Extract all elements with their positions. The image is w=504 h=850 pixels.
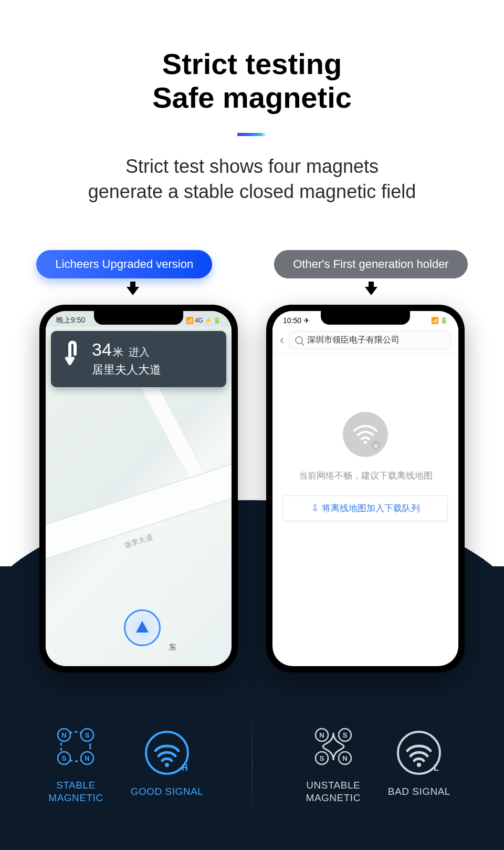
nav-enter: 进入 bbox=[129, 346, 150, 358]
svg-text:N: N bbox=[342, 754, 347, 762]
pill-upgraded: Licheers Upgraded version bbox=[36, 250, 212, 278]
badges-left: NS SN STABLE MAGNETIC H GOOD SIGNAL bbox=[0, 677, 252, 850]
badge-good-signal: H GOOD SIGNAL bbox=[131, 729, 204, 798]
svg-text:N: N bbox=[319, 731, 324, 739]
svg-text:S: S bbox=[319, 754, 324, 762]
status-time: 10:50 ✈ bbox=[283, 316, 310, 325]
product-infographic: Strict testing Safe magnetic Strict test… bbox=[0, 0, 504, 850]
badges-row: NS SN STABLE MAGNETIC H GOOD SIGNAL bbox=[0, 677, 504, 850]
comparison-pills: Licheers Upgraded version Other's First … bbox=[0, 250, 504, 278]
download-offline-button[interactable]: ⇩将离线地图加入下载队列 bbox=[283, 495, 448, 521]
nav-text: 34米进入 居里夫人大道 bbox=[92, 339, 161, 378]
nav-road-name: 居里夫人大道 bbox=[92, 362, 161, 378]
accent-divider bbox=[237, 133, 267, 136]
bad-signal-icon: L bbox=[395, 729, 443, 777]
unstable-magnetic-icon: NS SN bbox=[309, 722, 358, 771]
search-input[interactable]: 深圳市领臣电子有限公司 bbox=[289, 331, 451, 349]
svg-text:L: L bbox=[434, 763, 439, 772]
status-indicators: 📶 🔋 bbox=[431, 317, 448, 324]
title-line-2: Safe magnetic bbox=[0, 81, 504, 115]
badge-bad-signal: L BAD SIGNAL bbox=[388, 729, 450, 798]
phone-other: 10:50 ✈ 📶 🔋 ‹ 深圳市领臣电子有限公司 ✕ 当前网络不畅，建议下 bbox=[266, 305, 465, 672]
search-icon bbox=[295, 336, 303, 344]
arrow-down-icon bbox=[365, 287, 377, 295]
page-title: Strict testing Safe magnetic bbox=[0, 47, 504, 115]
svg-text:H: H bbox=[182, 763, 188, 772]
arrows-row bbox=[0, 287, 504, 295]
download-label: 将离线地图加入下载队列 bbox=[322, 503, 420, 513]
subtitle-line-1: Strict test shows four magnets bbox=[0, 154, 504, 180]
svg-point-22 bbox=[417, 763, 421, 767]
badge-label: GOOD SIGNAL bbox=[131, 785, 204, 798]
offline-x-badge: ✕ bbox=[370, 439, 382, 451]
nav-distance-row: 34米进入 bbox=[92, 339, 161, 360]
svg-point-0 bbox=[364, 441, 367, 444]
road-label: 坂李大道 bbox=[123, 533, 154, 551]
badge-label: UNSTABLE MAGNETIC bbox=[306, 779, 361, 804]
search-text: 深圳市领臣电子有限公司 bbox=[307, 335, 400, 346]
search-bar-row: ‹ 深圳市领臣电子有限公司 bbox=[272, 327, 458, 354]
current-location-marker bbox=[124, 609, 161, 646]
download-icon: ⇩ bbox=[311, 503, 319, 513]
phone-screen-right: 10:50 ✈ 📶 🔋 ‹ 深圳市领臣电子有限公司 ✕ 当前网络不畅，建议下 bbox=[272, 311, 458, 666]
svg-point-11 bbox=[165, 763, 169, 767]
uturn-icon bbox=[59, 339, 85, 370]
compass-east-label: 东 bbox=[169, 642, 176, 652]
svg-text:N: N bbox=[62, 731, 67, 739]
status-time: 晚上9:50 bbox=[56, 316, 85, 325]
subtitle-line-2: generate a stable closed magnetic field bbox=[0, 179, 504, 205]
badge-stable-magnetic: NS SN STABLE MAGNETIC bbox=[48, 722, 103, 804]
empty-state: ✕ 当前网络不畅，建议下载离线地图 ⇩将离线地图加入下载队列 bbox=[272, 412, 458, 521]
empty-state-text: 当前网络不畅，建议下载离线地图 bbox=[299, 470, 433, 482]
good-signal-icon: H bbox=[143, 729, 191, 777]
back-chevron-icon[interactable]: ‹ bbox=[280, 333, 284, 347]
svg-text:S: S bbox=[62, 754, 67, 762]
phone-screen-left: 晚上9:50 📶 4G ⚡ 🔋 坂李大道 东 bbox=[46, 311, 232, 666]
title-line-1: Strict testing bbox=[0, 47, 504, 81]
header: Strict testing Safe magnetic Strict test… bbox=[0, 0, 504, 205]
svg-text:S: S bbox=[342, 731, 347, 739]
nav-distance: 34 bbox=[92, 339, 112, 359]
navigation-card: 34米进入 居里夫人大道 bbox=[51, 331, 226, 387]
svg-text:S: S bbox=[85, 731, 90, 739]
status-indicators: 📶 4G ⚡ 🔋 bbox=[186, 317, 221, 324]
pill-other: Other's First generation holder bbox=[274, 250, 467, 278]
notch bbox=[94, 311, 183, 325]
badge-unstable-magnetic: NS SN UNSTABLE MAGNETIC bbox=[306, 722, 361, 804]
badge-label: BAD SIGNAL bbox=[388, 785, 450, 798]
notch bbox=[321, 311, 410, 325]
badges-right: NS SN UNSTABLE MAGNETIC L BAD SIGNAL bbox=[253, 677, 505, 850]
phone-mockups: 晚上9:50 📶 4G ⚡ 🔋 坂李大道 东 bbox=[0, 305, 504, 672]
arrow-down-icon bbox=[127, 287, 139, 295]
page-subtitle: Strict test shows four magnets generate … bbox=[0, 154, 504, 205]
phone-upgraded: 晚上9:50 📶 4G ⚡ 🔋 坂李大道 东 bbox=[39, 305, 238, 672]
stable-magnetic-icon: NS SN bbox=[51, 722, 100, 771]
svg-text:N: N bbox=[85, 754, 90, 762]
badge-label: STABLE MAGNETIC bbox=[48, 779, 103, 804]
heading-arrow-icon bbox=[136, 621, 149, 633]
location-circle-icon bbox=[124, 609, 161, 646]
wifi-offline-icon: ✕ bbox=[343, 412, 388, 457]
nav-unit: 米 bbox=[113, 346, 123, 358]
